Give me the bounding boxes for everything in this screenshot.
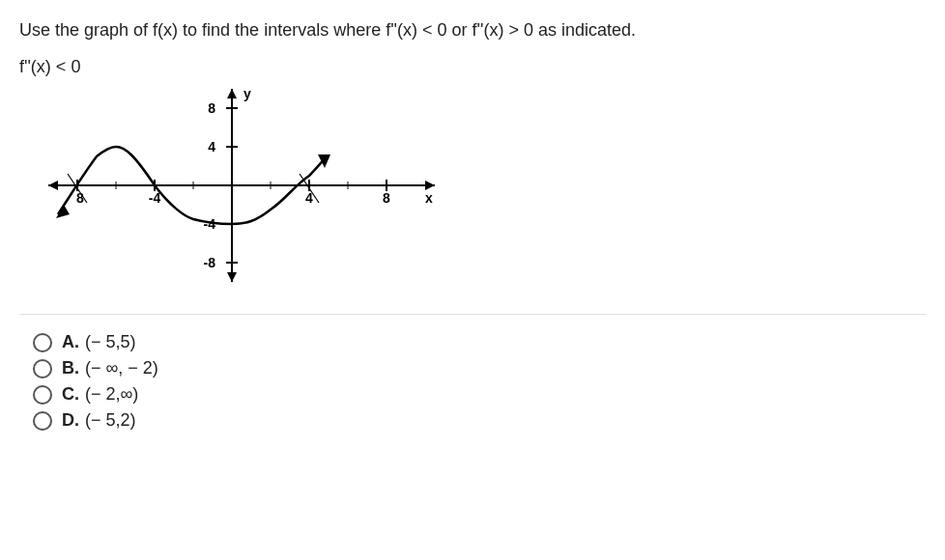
- graph-svg: 8 -4 4 8 8 4 -4 -8 y x: [39, 79, 444, 292]
- ytick-pos8: 8: [208, 100, 215, 116]
- option-letter: A.: [62, 332, 79, 351]
- radio-icon[interactable]: [33, 333, 52, 352]
- option-c[interactable]: C.(− 2,∞): [33, 384, 926, 405]
- condition-text: f''(x) < 0: [19, 57, 926, 77]
- curve-arrow-left: [56, 205, 70, 218]
- question-text: Use the graph of f(x) to find the interv…: [19, 17, 926, 43]
- radio-icon[interactable]: [33, 385, 52, 405]
- option-d[interactable]: D.(− 5,2): [33, 410, 926, 431]
- y-arrow-down: [227, 272, 237, 282]
- xtick-pos8: 8: [383, 190, 390, 206]
- option-letter: C.: [62, 384, 79, 404]
- option-text: (− ∞, − 2): [85, 358, 158, 378]
- option-text: (− 5,5): [85, 332, 136, 351]
- option-a[interactable]: A.(− 5,5): [33, 332, 926, 352]
- option-text: (− 2,∞): [85, 384, 138, 404]
- radio-icon[interactable]: [33, 411, 52, 431]
- answer-options: A.(− 5,5) B.(− ∞, − 2) C.(− 2,∞) D.(− 5,…: [19, 332, 926, 431]
- ytick-pos4: 4: [208, 139, 215, 154]
- radio-icon[interactable]: [33, 359, 52, 378]
- divider: [19, 314, 926, 315]
- graph-figure: 8 -4 4 8 8 4 -4 -8 y x: [39, 79, 926, 296]
- x-arrow-left: [48, 181, 58, 190]
- option-text: (− 5,2): [85, 410, 136, 430]
- option-letter: D.: [62, 410, 79, 430]
- option-b[interactable]: B.(− ∞, − 2): [33, 358, 926, 378]
- x-arrow-right: [425, 181, 435, 190]
- ytick-neg8: -8: [204, 255, 216, 270]
- option-letter: B.: [62, 358, 79, 378]
- y-arrow-up: [227, 89, 237, 98]
- x-axis-label: x: [425, 190, 433, 206]
- y-axis-label: y: [243, 86, 251, 101]
